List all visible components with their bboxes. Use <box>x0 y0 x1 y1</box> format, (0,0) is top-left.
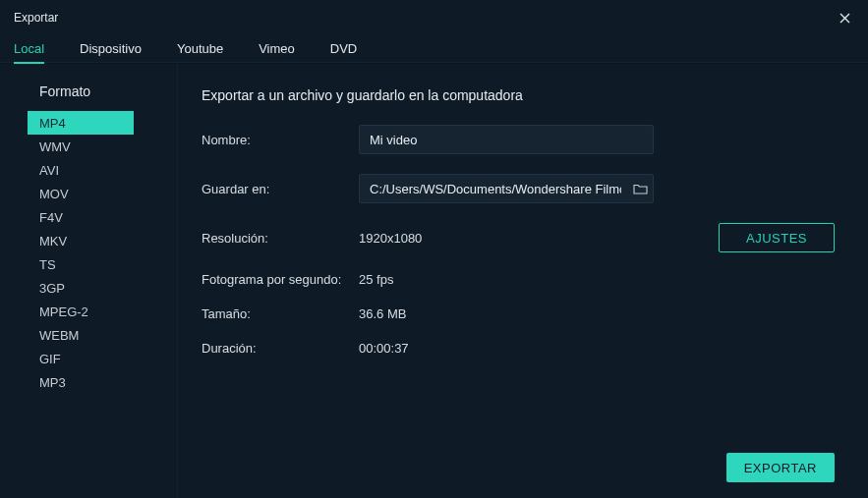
tab-dvd[interactable]: DVD <box>330 35 357 63</box>
tab-local[interactable]: Local <box>14 35 44 63</box>
sidebar: Formato MP4 WMV AVI MOV F4V MKV TS 3GP M… <box>0 64 177 498</box>
row-duration: Duración: 00:00:37 <box>202 341 835 356</box>
size-label: Tamaño: <box>202 306 359 321</box>
footer: EXPORTAR <box>202 443 835 482</box>
size-value: 36.6 MB <box>359 306 406 321</box>
export-window: Exportar Local Dispositivo Youtube Vimeo… <box>0 0 868 498</box>
tab-dispositivo[interactable]: Dispositivo <box>80 35 142 63</box>
format-ts[interactable]: TS <box>28 252 177 276</box>
format-3gp[interactable]: 3GP <box>28 276 177 300</box>
main-panel: Exportar a un archivo y guardarlo en la … <box>178 64 868 498</box>
close-icon <box>839 13 850 24</box>
format-mp4[interactable]: MP4 <box>28 111 134 135</box>
format-mkv[interactable]: MKV <box>28 229 177 252</box>
format-mpeg2[interactable]: MPEG-2 <box>28 300 177 323</box>
row-save: Guardar en: <box>202 174 835 203</box>
main-heading: Exportar a un archivo y guardarlo en la … <box>202 87 835 103</box>
format-f4v[interactable]: F4V <box>28 205 177 229</box>
format-mp3[interactable]: MP3 <box>28 370 177 394</box>
format-mov[interactable]: MOV <box>28 182 177 205</box>
name-label: Nombre: <box>202 133 359 147</box>
name-input[interactable] <box>359 125 654 154</box>
browse-button[interactable] <box>627 175 653 202</box>
tab-bar: Local Dispositivo Youtube Vimeo DVD <box>0 35 868 63</box>
export-button[interactable]: EXPORTAR <box>726 453 835 482</box>
duration-value: 00:00:37 <box>359 341 409 356</box>
sidebar-title: Formato <box>39 83 177 99</box>
tab-youtube[interactable]: Youtube <box>177 35 223 63</box>
close-button[interactable] <box>836 9 854 28</box>
format-list: MP4 WMV AVI MOV F4V MKV TS 3GP MPEG-2 WE… <box>28 111 177 394</box>
settings-button[interactable]: AJUSTES <box>719 223 835 252</box>
row-name: Nombre: <box>202 125 835 154</box>
save-label: Guardar en: <box>202 182 359 196</box>
format-wmv[interactable]: WMV <box>28 135 177 158</box>
row-fps: Fotograma por segundo: 25 fps <box>202 272 835 287</box>
format-avi[interactable]: AVI <box>28 158 177 182</box>
format-webm[interactable]: WEBM <box>28 323 177 347</box>
tab-vimeo[interactable]: Vimeo <box>259 35 295 63</box>
fps-value: 25 fps <box>359 272 393 287</box>
resolution-label: Resolución: <box>202 231 359 246</box>
body: Formato MP4 WMV AVI MOV F4V MKV TS 3GP M… <box>0 63 868 498</box>
duration-label: Duración: <box>202 341 359 356</box>
save-path-input[interactable] <box>360 175 627 202</box>
folder-icon <box>633 183 648 195</box>
titlebar: Exportar <box>0 0 868 35</box>
format-gif[interactable]: GIF <box>28 347 177 370</box>
resolution-value: 1920x1080 <box>359 231 422 246</box>
window-title: Exportar <box>14 11 58 25</box>
row-size: Tamaño: 36.6 MB <box>202 306 835 321</box>
save-path-wrap <box>359 174 654 203</box>
fps-label: Fotograma por segundo: <box>202 272 359 287</box>
row-resolution: Resolución: 1920x1080 AJUSTES <box>202 223 835 252</box>
